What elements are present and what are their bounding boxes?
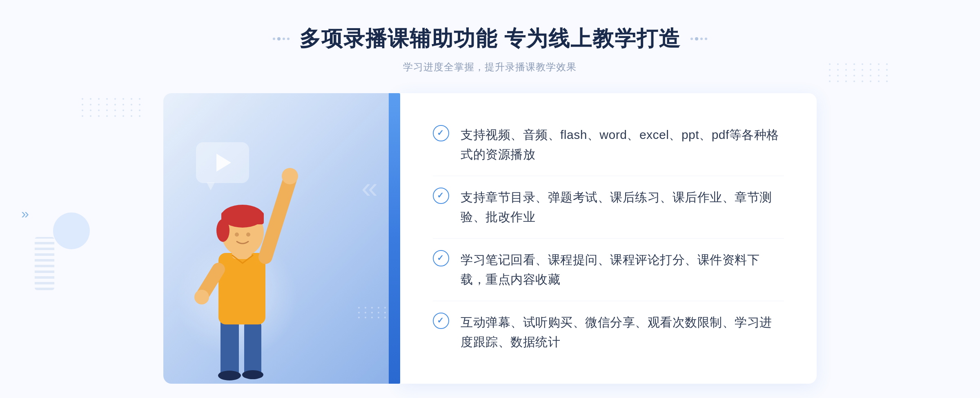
person-illustration	[184, 147, 298, 384]
svg-point-15	[246, 233, 250, 237]
chevron-icon: »	[21, 206, 29, 220]
stripe-decoration	[35, 237, 54, 290]
feature-item-2: 支持章节目录、弹题考试、课后练习、课后作业、章节测验、批改作业	[433, 176, 784, 239]
blue-bar	[389, 93, 400, 384]
chevrons-left-decoration: »	[21, 206, 29, 220]
svg-rect-0	[220, 318, 239, 376]
title-dot	[690, 38, 693, 40]
circle-blue-decoration	[53, 212, 90, 249]
svg-rect-1	[244, 322, 261, 376]
feature-text-2: 支持章节目录、弹题考试、课后练习、课后作业、章节测验、批改作业	[461, 188, 784, 227]
check-mark-icon	[437, 129, 445, 138]
page-container: » 多项录播课辅助功能 专为线上教学打造 学习进度全掌握，提升录播课教学效果	[0, 0, 980, 398]
dot-grid-right	[829, 63, 890, 82]
features-container: 支持视频、音频、flash、word、excel、ppt、pdf等各种格式的资源…	[400, 93, 817, 384]
svg-line-5	[265, 179, 290, 257]
svg-rect-12	[221, 212, 264, 224]
check-circle-2	[433, 188, 449, 204]
illustration-container: «	[163, 93, 400, 384]
check-circle-1	[433, 125, 449, 141]
check-circle-3	[433, 250, 449, 266]
main-content: «	[163, 93, 817, 384]
title-dot	[705, 38, 707, 40]
svg-point-2	[218, 371, 241, 380]
svg-point-14	[235, 233, 239, 237]
check-circle-4	[433, 313, 449, 329]
title-dot	[287, 38, 290, 40]
deco-lines-icon: «	[361, 173, 378, 202]
feature-item-4: 互动弹幕、试听购买、微信分享、观看次数限制、学习进度跟踪、数据统计	[433, 301, 784, 363]
main-title: 多项录播课辅助功能 专为线上教学打造	[299, 25, 681, 53]
subtitle: 学习进度全掌握，提升录播课教学效果	[273, 60, 707, 74]
svg-point-13	[216, 219, 229, 242]
title-row: 多项录播课辅助功能 专为线上教学打造	[273, 25, 707, 53]
svg-rect-4	[218, 253, 265, 324]
title-dot-large	[277, 37, 281, 40]
check-mark-icon	[437, 254, 445, 263]
feature-item-1: 支持视频、音频、flash、word、excel、ppt、pdf等各种格式的资源…	[433, 114, 784, 176]
svg-point-8	[194, 290, 209, 304]
header-section: 多项录播课辅助功能 专为线上教学打造 学习进度全掌握，提升录播课教学效果	[273, 25, 707, 74]
feature-text-3: 学习笔记回看、课程提问、课程评论打分、课件资料下载，重点内容收藏	[461, 250, 784, 289]
title-dots-right	[690, 37, 707, 40]
dot-grid-left	[82, 98, 143, 117]
svg-point-6	[282, 168, 298, 184]
check-mark-icon	[437, 191, 445, 200]
title-dot-large	[695, 37, 698, 40]
title-dot	[273, 38, 275, 40]
svg-point-3	[242, 370, 263, 379]
feature-item-3: 学习笔记回看、课程提问、课程评论打分、课件资料下载，重点内容收藏	[433, 239, 784, 301]
svg-line-7	[203, 269, 218, 294]
feature-text-4: 互动弹幕、试听购买、微信分享、观看次数限制、学习进度跟踪、数据统计	[461, 313, 784, 352]
feature-text-1: 支持视频、音频、flash、word、excel、ppt、pdf等各种格式的资源…	[461, 125, 784, 164]
title-dots-left	[273, 37, 290, 40]
title-dot	[283, 38, 285, 40]
title-dot	[700, 38, 703, 40]
check-mark-icon	[437, 316, 445, 325]
